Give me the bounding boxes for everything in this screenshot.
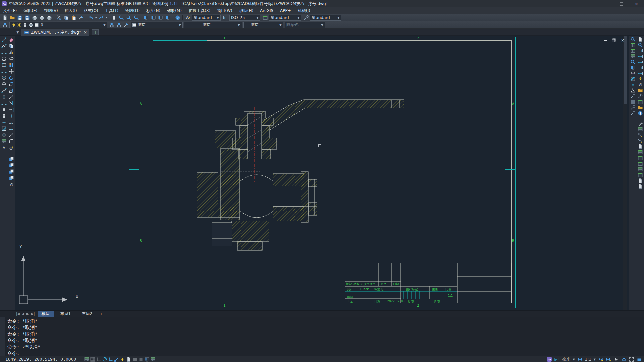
dim-lightning-button[interactable] (637, 76, 644, 82)
layout-tab[interactable]: 模型 (38, 311, 54, 317)
zoom-window-button[interactable] (125, 14, 132, 21)
balloon-add-button[interactable] (630, 105, 636, 110)
lengthen-button[interactable] (8, 94, 15, 100)
revision-leader-button[interactable] (637, 93, 644, 99)
order-under-button[interactable] (8, 175, 15, 181)
fillet-button[interactable] (8, 138, 15, 144)
undo-caret-button[interactable] (95, 14, 98, 21)
break-at-point-button[interactable] (8, 113, 15, 119)
layer-state-button[interactable] (115, 22, 123, 28)
doc-close-icon[interactable]: × (83, 30, 87, 35)
close-button[interactable]: × (629, 0, 644, 7)
command-grip[interactable] (0, 317, 5, 356)
join-button[interactable] (8, 125, 15, 132)
paste-button[interactable] (70, 14, 77, 21)
doc-title-button[interactable] (637, 143, 644, 149)
pan-hand-button[interactable] (110, 14, 118, 21)
table-a-button[interactable] (637, 166, 644, 172)
hatch-button[interactable] (1, 125, 7, 132)
redo-button[interactable] (98, 14, 105, 21)
dim-arrow-button[interactable] (637, 65, 644, 70)
doc-list-caret-icon[interactable]: ▼ (15, 31, 20, 34)
selection-cursor-icon[interactable] (613, 357, 619, 362)
arc-start-end-button[interactable] (1, 68, 7, 74)
polyline-button[interactable] (1, 43, 7, 49)
table-button[interactable] (1, 138, 7, 144)
layer-combo[interactable]: 0 ▼ (9, 22, 107, 28)
vertical-scrollbar[interactable] (623, 36, 627, 310)
tab-nav-arrow-icon[interactable]: |◀ (16, 312, 20, 316)
save-all-button[interactable] (23, 14, 31, 21)
make-block-button[interactable] (1, 113, 7, 119)
clean-screen-button[interactable] (164, 14, 172, 21)
open-button[interactable] (9, 14, 16, 21)
annotation-scale-value[interactable]: 1:1 (585, 357, 591, 362)
bom-new-button[interactable] (630, 42, 636, 48)
erase-button[interactable] (8, 36, 15, 43)
zoom-previous-button[interactable] (132, 14, 140, 21)
balloon-remove-button[interactable] (630, 110, 636, 116)
plot-preview-button[interactable] (38, 14, 46, 21)
mirror-button[interactable] (8, 49, 15, 55)
rotate-button[interactable] (8, 74, 15, 81)
list-note-button[interactable] (637, 149, 644, 155)
leader-balloon-button[interactable] (630, 93, 636, 99)
add-layout-button[interactable]: + (100, 312, 103, 316)
menu-item[interactable]: 工具(T) (102, 7, 122, 14)
style-combo[interactable]: Standard ▼ (310, 15, 341, 21)
annotation-scale-icon[interactable] (577, 357, 583, 362)
import-doc-button[interactable] (637, 183, 644, 189)
dim-linear-button[interactable] (637, 53, 644, 59)
new-doc-tab-button[interactable]: + (92, 29, 99, 35)
extend-button[interactable] (8, 106, 15, 113)
mech-app-icon[interactable] (547, 357, 552, 362)
menu-item[interactable]: 插入(I) (61, 7, 80, 14)
layer-prev-button[interactable] (108, 22, 115, 28)
revcloud-button[interactable] (1, 81, 7, 87)
units-caret-icon[interactable]: ▼ (573, 358, 575, 361)
maximize-button[interactable] (614, 0, 629, 7)
view-locator-button[interactable] (630, 36, 636, 42)
save-button[interactable] (16, 14, 23, 21)
menu-item[interactable]: 文件(F) (0, 7, 20, 14)
serial-note-button[interactable] (637, 138, 644, 143)
coordinate-readout[interactable]: 1649.2819, 280.5194, 0.0000 (5, 357, 76, 362)
menu-item[interactable]: 扩展工具(X) (185, 7, 214, 14)
cycle-select-button[interactable] (132, 357, 138, 362)
spline-button[interactable] (1, 87, 7, 94)
dim-align-button[interactable] (637, 70, 644, 76)
rectangle-button[interactable] (1, 62, 7, 68)
annotation-autoscale-icon[interactable] (606, 357, 611, 362)
mtext-button[interactable]: A (1, 144, 7, 151)
slide-image-button[interactable] (637, 105, 644, 110)
array-button[interactable] (8, 62, 15, 68)
menu-item[interactable]: ArcGIS (257, 7, 277, 14)
hatch-tool-button[interactable] (630, 76, 636, 82)
trim-button[interactable] (8, 100, 15, 106)
new-button[interactable] (1, 14, 9, 21)
offset-button[interactable] (8, 55, 15, 62)
pd-mode-icon[interactable]: pd (554, 357, 560, 362)
line-button[interactable] (1, 36, 7, 43)
style-combo[interactable]: Standard ▼ (192, 15, 221, 21)
chamfer-button[interactable] (8, 132, 15, 138)
mdi-minimize-button[interactable] (602, 38, 608, 43)
weld-symbol-button[interactable] (630, 82, 636, 87)
circle-button[interactable] (1, 74, 7, 81)
menu-item[interactable]: 机械(J) (294, 7, 314, 14)
linetype-combo[interactable]: ———— 随层 ▼ (184, 22, 242, 28)
dim-style-button[interactable] (637, 48, 644, 53)
settings-gear-icon[interactable] (621, 357, 627, 362)
polar-button[interactable] (102, 357, 107, 362)
menu-item[interactable]: 帮助(H) (236, 7, 257, 14)
menu-item[interactable]: 窗口(W) (214, 7, 235, 14)
zoom-realtime-button[interactable] (118, 14, 125, 21)
design-center-palette-button[interactable] (157, 14, 164, 21)
menu-item[interactable]: 绘图(D) (122, 7, 143, 14)
surface-datum-button[interactable] (630, 87, 636, 93)
image-note-button[interactable] (637, 87, 644, 93)
menu-item[interactable]: 编辑(E) (20, 7, 41, 14)
zoom-symbol-button[interactable] (637, 42, 644, 48)
polygon-button[interactable] (1, 55, 7, 62)
layer-manager-button[interactable] (1, 22, 9, 28)
